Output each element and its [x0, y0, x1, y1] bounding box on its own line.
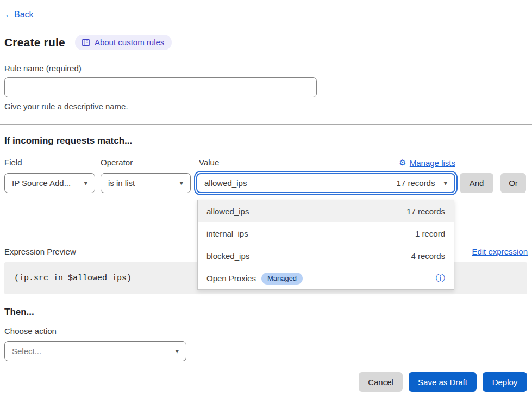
list-item-allowed-ips[interactable]: allowed_ips 17 records [198, 200, 454, 222]
operator-select[interactable]: is in list ▾ [101, 173, 191, 193]
field-label: Field [4, 158, 22, 167]
list-item-meta: 1 record [415, 229, 445, 238]
about-badge-label: About custom rules [95, 38, 164, 47]
value-label: Value [199, 158, 219, 167]
about-custom-rules-link[interactable]: About custom rules [75, 35, 172, 50]
value-select-records: 17 records [397, 178, 435, 188]
list-item-internal-ips[interactable]: internal_ips 1 record [198, 222, 454, 245]
rule-name-helper: Give your rule a descriptive name. [4, 102, 128, 111]
value-dropdown-panel: allowed_ips 17 records internal_ips 1 re… [197, 200, 454, 290]
list-item-name: allowed_ips [206, 207, 249, 216]
action-select[interactable]: Select... ▾ [4, 341, 186, 361]
operator-select-value: is in list [108, 178, 135, 188]
save-as-draft-button[interactable]: Save as Draft [409, 372, 477, 392]
section-divider [0, 124, 532, 125]
rule-name-input[interactable] [4, 77, 317, 97]
managed-badge: Managed [261, 273, 303, 285]
back-link[interactable]: ← Back [4, 9, 34, 20]
or-button[interactable]: Or [500, 173, 526, 193]
field-select[interactable]: IP Source Add... ▾ [4, 173, 95, 193]
heading-row: Create rule About custom rules [4, 35, 172, 50]
and-button[interactable]: And [460, 173, 493, 193]
value-select-value: allowed_ips [204, 178, 247, 188]
value-select[interactable]: allowed_ips 17 records ▾ [196, 173, 455, 193]
chevron-down-icon: ▾ [179, 180, 183, 187]
operator-label: Operator [101, 158, 133, 167]
list-item-meta: 17 records [406, 207, 445, 216]
list-item-open-proxies[interactable]: Open Proxies Managed ⓘ [198, 267, 454, 289]
action-select-placeholder: Select... [12, 347, 41, 356]
choose-action-label: Choose action [4, 326, 57, 336]
chevron-down-icon: ▾ [84, 180, 87, 187]
back-label: Back [14, 10, 34, 20]
list-item-name: internal_ips [206, 229, 248, 238]
manage-lists-label: Manage lists [410, 158, 455, 168]
info-icon[interactable]: ⓘ [436, 274, 445, 283]
edit-expression-link[interactable]: Edit expression [472, 247, 528, 256]
book-icon [82, 38, 90, 47]
list-item-name: blocked_ips [206, 251, 249, 261]
then-section-heading: Then... [4, 307, 34, 318]
expression-preview-label: Expression Preview [4, 247, 76, 256]
list-item-meta: 4 records [411, 251, 445, 261]
field-select-value: IP Source Add... [12, 178, 71, 188]
list-item-name: Open Proxies [206, 274, 256, 283]
expression-code: (ip.src in $allowed_ips) [14, 274, 132, 283]
rule-name-label: Rule name (required) [4, 64, 82, 73]
page-title: Create rule [4, 36, 65, 49]
cancel-button[interactable]: Cancel [359, 372, 403, 392]
chevron-down-icon: ▾ [443, 180, 447, 187]
match-section-heading: If incoming requests match... [4, 135, 132, 146]
chevron-down-icon: ▾ [175, 348, 179, 355]
manage-lists-link[interactable]: ⚙ Manage lists [399, 158, 455, 168]
deploy-button[interactable]: Deploy [483, 372, 527, 392]
gear-icon: ⚙ [399, 158, 406, 168]
back-arrow-icon: ← [4, 9, 14, 20]
list-item-blocked-ips[interactable]: blocked_ips 4 records [198, 245, 454, 267]
